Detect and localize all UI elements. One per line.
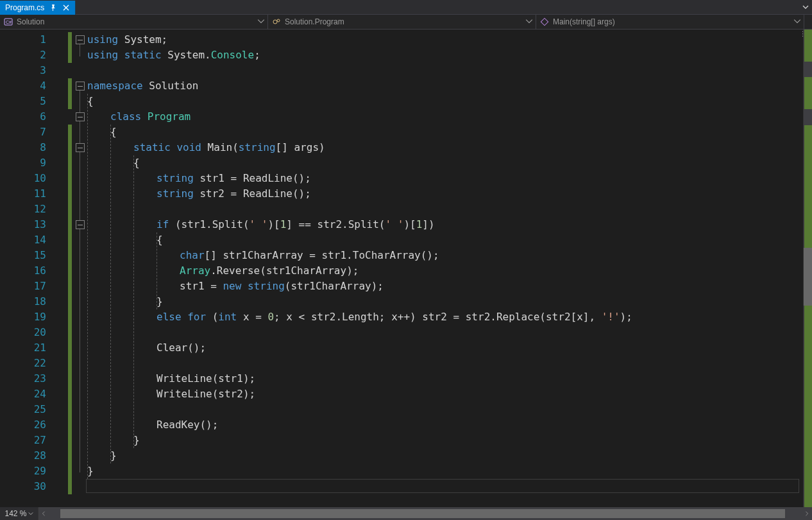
token-str: '!' [602,311,620,323]
code-area[interactable]: using System;using static System.Console… [62,30,812,507]
scroll-left-arrow-icon[interactable] [38,507,49,520]
token-classname: Program [148,110,190,123]
h-scroll-thumb[interactable] [60,509,785,518]
token-kw: if [156,218,169,230]
fold-toggle-icon[interactable] [76,112,85,121]
class-icon [272,17,281,26]
code-line[interactable]: char[] str1CharArray = str1.ToCharArray(… [180,248,439,263]
scroll-right-arrow-icon[interactable] [802,507,812,520]
token-pun: [ [571,311,577,323]
indent-guide [110,125,111,464]
code-line[interactable]: namespace Solution [87,78,198,94]
token-pun: = [250,311,268,323]
token-fn: ReadLine [243,172,292,184]
code-line[interactable]: { [110,125,117,140]
token-pun: (); [187,342,206,354]
code-line[interactable]: string str1 = ReadLine(); [156,171,311,186]
token-fn: Clear [156,342,187,354]
line-number: 25 [0,402,54,417]
svg-point-2 [273,20,277,24]
token-kw: void [176,141,201,153]
token-str: ' ' [250,218,268,230]
change-indicator [68,32,72,63]
token-fn: Replace [496,311,539,323]
code-line[interactable]: using System; [87,32,167,48]
token-pun [241,280,248,292]
line-number-gutter: 1234567891011121314151617181920212223242… [0,30,62,507]
code-line[interactable]: if (str1.Split(' ')[1] == str2.Split(' '… [156,217,435,232]
token-id: str1CharArray [266,264,346,277]
code-line[interactable]: else for (int x = 0; x < str2.Length; x+… [156,309,632,325]
code-line[interactable]: class Program [110,109,190,125]
token-fn: Split [212,218,243,230]
token-id: x [391,311,398,323]
token-pun [143,80,149,92]
fold-toggle-icon[interactable] [76,143,85,152]
code-line[interactable]: Clear(); [156,340,206,356]
code-line[interactable]: { [133,155,140,171]
svg-point-3 [277,19,280,22]
token-id: str2 [218,388,243,400]
code-line[interactable]: WriteLine(str1); [156,371,255,386]
overview-ruler[interactable] [803,30,812,507]
fold-toggle-icon[interactable] [76,35,85,44]
token-id: str2 [199,187,224,200]
code-line[interactable]: } [110,448,117,464]
line-number: 20 [0,325,54,340]
v-scroll-thumb[interactable] [804,248,812,306]
token-pun: [] [205,249,223,261]
fold-toggle-icon[interactable] [76,82,85,91]
code-line[interactable]: WriteLine(str2); [156,386,255,402]
code-line[interactable]: { [87,94,94,109]
class-label: Solution.Program [285,17,344,26]
chevron-down-icon [257,17,265,25]
horizontal-scrollbar[interactable] [49,507,802,520]
code-line[interactable]: ReadKey(); [156,417,218,433]
token-pun: (); [292,187,311,200]
token-fn: WriteLine [156,372,212,385]
code-line[interactable]: Array.Reverse(str1CharArray); [180,263,359,279]
token-pun: . [342,218,348,230]
method-selector[interactable]: Main(string[] args) [536,15,804,29]
token-pun [201,141,208,153]
token-pun: < [292,311,311,323]
overview-change-mark [804,30,812,62]
token-pun: (); [292,172,311,184]
line-number: 19 [0,309,54,325]
token-kw: else [156,311,182,323]
token-kw: char [180,249,205,261]
chevron-down-icon [28,511,33,516]
code-line[interactable]: { [156,232,163,248]
code-line[interactable]: string str2 = ReadLine(); [156,186,311,202]
class-selector[interactable]: Solution.Program [268,15,536,29]
token-pun: ); [620,311,632,323]
line-number: 7 [0,125,54,140]
token-pun: ( [212,388,219,400]
tab-overflow-chevron-icon[interactable] [800,2,811,12]
token-num: 1 [280,218,287,230]
line-number: 17 [0,279,54,294]
tab-program-cs[interactable]: Program.cs [0,1,76,15]
token-pun: . [210,264,217,277]
line-number: 21 [0,340,54,356]
close-icon[interactable] [62,4,70,12]
line-number: 28 [0,448,54,464]
line-number: 10 [0,171,54,186]
token-pun: ( [169,218,181,230]
code-line[interactable]: } [87,464,94,479]
code-line[interactable]: } [133,433,140,448]
token-pun: )[ [403,218,416,230]
code-line[interactable]: str1 = new string(str1CharArray); [180,279,384,294]
code-line[interactable]: using static System.Console; [87,48,260,63]
change-indicator [68,94,72,109]
zoom-level[interactable]: 142 % [0,507,38,520]
fold-toggle-icon[interactable] [76,220,85,229]
editor[interactable]: 1234567891011121314151617181920212223242… [0,30,812,507]
code-line[interactable]: } [156,294,163,309]
token-pun: ( [212,372,219,385]
code-line[interactable]: static void Main(string[] args) [133,140,325,155]
pin-icon[interactable] [49,4,57,12]
token-id: str1 [199,172,224,184]
scope-selector[interactable]: C# Solution [0,15,268,29]
token-id: str2 [317,218,343,230]
